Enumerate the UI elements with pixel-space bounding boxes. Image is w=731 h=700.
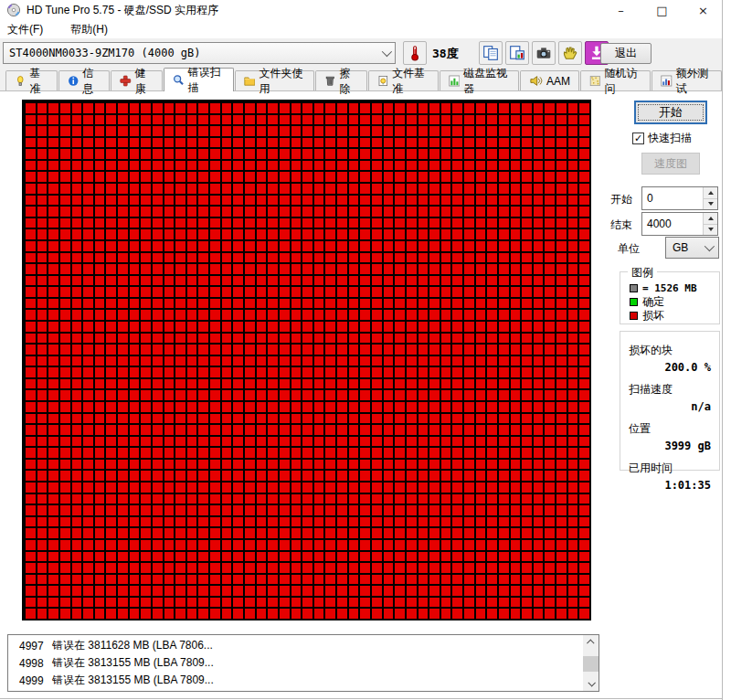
tab-文件基准[interactable]: 文件基准 [368,70,439,90]
tab-信息[interactable]: 信息 [58,70,111,90]
chevron-down-icon [382,47,392,57]
spin-down-icon[interactable] [704,224,717,236]
menu-bar: 文件(F)帮助(H) [0,20,731,38]
tab-额外测试[interactable]: 额外测试 [652,70,722,90]
title-bar: HD Tune Pro 5.75 - 硬盘/SSD 实用程序 – □ × [0,0,731,20]
legend-group: 图例 = 1526 MB确定损坏 [620,271,720,324]
temperature-button[interactable] [403,41,427,65]
status-label: 损坏的块 [629,343,711,358]
copy-icon [482,45,499,61]
start-scan-button[interactable]: 开始 [634,101,707,124]
copy-button[interactable] [479,41,503,65]
window-controls: – □ × [600,0,724,20]
toolbar: ST4000NM0033-9ZM170 (4000 gB) 38度 退出 [0,38,723,68]
tab-错误扫描[interactable]: 错误扫描 [164,68,234,91]
paste-image-button[interactable] [505,41,529,65]
health-cross-icon [120,74,132,88]
speed-map-button: 速度图 [641,153,700,175]
hand-button[interactable] [558,41,582,65]
quick-scan-label: 快速扫描 [648,131,692,146]
tab-AAM[interactable]: AAM [520,70,579,90]
error-index: 4999 [8,674,52,687]
start-field-label: 开始 [610,192,632,207]
bulb-icon [15,74,26,88]
legend-title: 图例 [628,265,657,281]
tab-label: 额外测试 [676,66,713,97]
unit-select-value: GB [673,241,705,254]
end-field-value: 4000 [642,213,703,235]
tab-label: 信息 [82,66,101,97]
spin-down-icon[interactable] [704,198,717,210]
status-label: 扫描速度 [629,382,711,398]
quick-scan-option[interactable]: ✓ 快速扫描 [632,131,692,146]
error-log: 4997错误在 3811628 MB (LBA 7806...4998错误在 3… [7,634,599,692]
tab-label: 擦除 [340,66,358,97]
checkmark-icon: ✓ [634,133,642,144]
log-scrollbar[interactable] [583,635,599,691]
drive-select-value: ST4000NM0033-9ZM170 (4000 gB) [9,47,382,59]
error-log-row[interactable]: 4998错误在 3813155 MB (LBA 7809... [8,654,583,672]
legend-color-swatch [630,284,638,292]
paste-image-icon [509,45,525,61]
menu-item[interactable]: 帮助(H) [70,20,119,39]
tab-基准[interactable]: 基准 [5,70,58,90]
tab-label: AAM [546,75,570,88]
toolbar-icon-group [479,41,609,65]
status-fields: 损坏的块200.0 %扫描速度n/a位置3999 gB已用时间1:01:35 [620,332,719,497]
drive-select[interactable]: ST4000NM0033-9ZM170 (4000 gB) [3,42,396,64]
legend-row: 确定 [630,295,719,309]
start-field-value: 0 [642,187,703,209]
legend-color-swatch [630,298,638,306]
quick-scan-checkbox[interactable]: ✓ [632,133,644,144]
camera-button[interactable] [532,41,556,65]
start-field-input[interactable]: 0 [641,186,718,210]
legend-label: 损坏 [642,308,664,323]
status-group: 损坏的块200.0 %扫描速度n/a位置3999 gB已用时间1:01:35 [620,331,720,471]
status-value: 200.0 % [629,361,711,374]
menu-item[interactable]: 文件(F) [7,20,54,39]
random-icon [589,74,601,88]
exit-button[interactable]: 退出 [600,43,652,64]
error-log-row[interactable]: 4997错误在 3811628 MB (LBA 7806... [8,637,583,654]
maximize-icon[interactable]: □ [641,0,683,20]
extra-chart-icon [661,74,673,88]
hdtune-window: HD Tune Pro 5.75 - 硬盘/SSD 实用程序 – □ × 文件(… [0,0,731,700]
chevron-down-icon [705,241,715,251]
error-index: 4998 [8,657,52,670]
close-icon[interactable]: × [683,0,724,20]
error-message: 错误在 3813155 MB (LBA 7809... [52,655,583,671]
unit-field-label: 单位 [618,241,640,257]
spin-up-icon[interactable] [704,213,717,224]
tab-随机访问[interactable]: 随机访问 [580,70,651,90]
scroll-up-icon[interactable] [583,635,599,650]
minimize-icon[interactable]: – [600,0,641,20]
info-icon [68,74,79,88]
window-edge-right [722,0,723,700]
unit-select[interactable]: GB [665,237,719,259]
end-field-input[interactable]: 4000 [641,212,718,236]
tab-文件夹使用[interactable]: 文件夹使用 [235,70,314,90]
spin-up-icon[interactable] [704,187,717,198]
error-message: 错误在 3813155 MB (LBA 7809... [52,673,583,688]
thermometer-icon [407,45,423,61]
scrollbar-thumb[interactable] [583,656,599,672]
status-value: 3999 gB [629,440,711,452]
trash-icon [324,74,336,88]
tab-磁盘监视器[interactable]: 磁盘监视器 [440,70,519,90]
tab-bar: 基准信息健康错误扫描文件夹使用擦除文件基准磁盘监视器AAM随机访问额外测试 [0,68,723,91]
error-message: 错误在 3811628 MB (LBA 7806... [52,638,583,653]
bar-chart-icon [449,74,461,88]
camera-icon [535,45,552,61]
error-log-row[interactable]: 4999错误在 3813155 MB (LBA 7809... [8,672,583,689]
end-field-spinner [703,213,717,235]
window-edge-bottom [0,698,723,699]
tab-健康[interactable]: 健康 [111,70,163,90]
tab-label: 错误扫描 [187,65,224,96]
legend-label: = 1526 MB [642,282,697,294]
end-field-label: 结束 [610,217,632,233]
tab-擦除[interactable]: 擦除 [315,70,367,90]
tab-label: 文件夹使用 [259,66,305,97]
tab-label: 随机访问 [605,66,641,97]
scroll-down-icon[interactable] [583,676,599,691]
status-label: 位置 [629,421,711,437]
